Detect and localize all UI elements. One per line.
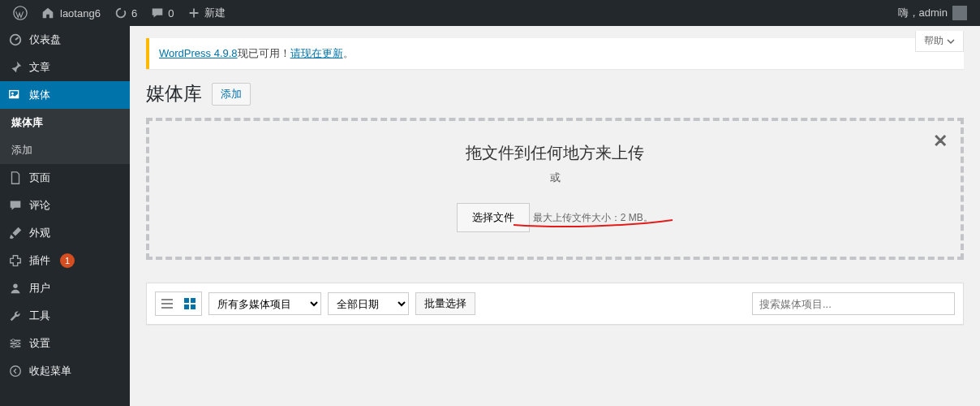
- sidebar-item-label: 评论: [29, 198, 50, 213]
- close-uploader-button[interactable]: ✕: [933, 131, 948, 152]
- sidebar-item-label: 仪表盘: [29, 32, 61, 47]
- help-tab[interactable]: 帮助: [915, 31, 964, 52]
- svg-rect-12: [161, 299, 173, 300]
- plugin-icon: [8, 253, 23, 268]
- svg-point-9: [16, 342, 19, 345]
- sidebar-item-pages[interactable]: 页面: [0, 164, 130, 192]
- comments-icon: [8, 198, 23, 213]
- comments-count: 0: [168, 7, 174, 19]
- max-upload-size: 最大上传文件大小：2 MB。: [533, 211, 653, 225]
- upload-dropzone[interactable]: ✕ 拖文件到任何地方来上传 或 选择文件 最大上传文件大小：2 MB。: [146, 118, 964, 260]
- account-link[interactable]: 嗨，admin: [892, 0, 974, 26]
- media-type-filter[interactable]: 所有多媒体项目: [208, 292, 321, 315]
- page-title: 媒体库: [146, 81, 202, 106]
- admin-sidebar: 仪表盘 文章 媒体 媒体库 添加 页面 评论 外观 插件 1 用户 工具 设置: [0, 26, 130, 406]
- settings-icon: [8, 336, 23, 351]
- view-mode-toggle: [155, 292, 202, 316]
- svg-rect-13: [161, 303, 173, 304]
- notice-text: 。: [343, 47, 354, 59]
- tools-icon: [8, 309, 23, 323]
- admin-bar: laotang6 6 0 新建 嗨，admin: [0, 0, 980, 26]
- annotation-underline: [512, 218, 674, 230]
- svg-rect-18: [191, 304, 196, 309]
- svg-rect-14: [161, 307, 173, 309]
- updates-link[interactable]: 6: [107, 0, 144, 26]
- sidebar-item-label: 用户: [29, 281, 50, 296]
- sidebar-item-label: 收起菜单: [29, 364, 71, 378]
- new-label: 新建: [204, 6, 226, 20]
- sidebar-item-users[interactable]: 用户: [0, 274, 130, 302]
- sidebar-item-comments[interactable]: 评论: [0, 192, 130, 219]
- site-name: laotang6: [60, 7, 101, 19]
- svg-rect-16: [191, 298, 196, 303]
- sidebar-item-plugins[interactable]: 插件 1: [0, 247, 130, 274]
- wordpress-icon: [13, 6, 28, 20]
- page-heading: 媒体库 添加: [146, 81, 964, 106]
- help-label: 帮助: [924, 34, 943, 48]
- svg-point-3: [11, 93, 14, 95]
- sidebar-item-dashboard[interactable]: 仪表盘: [0, 26, 130, 54]
- dashboard-icon: [8, 32, 23, 47]
- sidebar-item-tools[interactable]: 工具: [0, 302, 130, 330]
- media-submenu: 媒体库 添加: [0, 109, 130, 164]
- user-icon: [8, 281, 23, 296]
- plugins-update-badge: 1: [60, 253, 75, 268]
- comment-icon: [150, 6, 165, 20]
- sidebar-item-label: 设置: [29, 336, 50, 351]
- new-content-link[interactable]: 新建: [180, 0, 232, 26]
- bulk-select-button[interactable]: 批量选择: [415, 292, 475, 315]
- pin-icon: [8, 60, 23, 75]
- sidebar-item-posts[interactable]: 文章: [0, 54, 130, 81]
- media-icon: [8, 88, 23, 102]
- submenu-item-library[interactable]: 媒体库: [0, 109, 130, 136]
- add-new-button[interactable]: 添加: [212, 83, 251, 106]
- brush-icon: [8, 226, 23, 240]
- sidebar-collapse[interactable]: 收起菜单: [0, 357, 130, 385]
- wp-version-link[interactable]: WordPress 4.9.8: [159, 47, 238, 59]
- sidebar-item-label: 插件: [29, 253, 50, 268]
- svg-point-10: [12, 345, 15, 348]
- collapse-icon: [8, 364, 23, 378]
- list-icon: [160, 296, 174, 311]
- chevron-down-icon: [947, 37, 955, 45]
- plus-icon: [187, 6, 201, 20]
- update-icon: [114, 6, 128, 20]
- sidebar-item-label: 页面: [29, 171, 50, 185]
- sidebar-item-label: 文章: [29, 60, 50, 75]
- sidebar-item-label: 媒体: [29, 88, 50, 102]
- search-media-input[interactable]: [752, 292, 955, 315]
- svg-point-11: [11, 366, 21, 377]
- sidebar-item-label: 工具: [29, 309, 50, 323]
- view-grid-button[interactable]: [178, 292, 201, 315]
- svg-point-8: [12, 339, 15, 343]
- view-list-button[interactable]: [156, 292, 178, 315]
- content-area: 帮助 WordPress 4.9.8现已可用！请现在更新。 媒体库 添加 ✕ 拖…: [130, 26, 980, 406]
- wp-logo[interactable]: [6, 0, 34, 26]
- comments-link[interactable]: 0: [144, 0, 180, 26]
- svg-rect-17: [184, 304, 189, 309]
- drop-instruction: 拖文件到任何地方来上传: [165, 142, 944, 164]
- or-text: 或: [165, 171, 944, 185]
- sidebar-item-appearance[interactable]: 外观: [0, 219, 130, 247]
- submenu-item-add[interactable]: 添加: [0, 136, 130, 164]
- media-filter-bar: 所有多媒体项目 全部日期 批量选择: [146, 283, 964, 325]
- greeting: 嗨，admin: [898, 6, 948, 20]
- updates-count: 6: [131, 7, 137, 19]
- update-now-link[interactable]: 请现在更新: [290, 47, 343, 59]
- sidebar-item-media[interactable]: 媒体: [0, 81, 130, 109]
- home-icon: [41, 6, 55, 20]
- notice-text: 现已可用！: [238, 47, 290, 59]
- sidebar-item-label: 外观: [29, 226, 50, 240]
- page-icon: [8, 171, 23, 185]
- sidebar-item-settings[interactable]: 设置: [0, 330, 130, 357]
- site-name-link[interactable]: laotang6: [34, 0, 107, 26]
- update-notice: WordPress 4.9.8现已可用！请现在更新。: [146, 38, 964, 69]
- grid-icon: [183, 296, 197, 311]
- svg-point-4: [13, 284, 17, 288]
- date-filter[interactable]: 全部日期: [328, 292, 409, 315]
- svg-point-0: [14, 6, 27, 19]
- svg-rect-15: [184, 298, 189, 303]
- avatar: [952, 6, 967, 20]
